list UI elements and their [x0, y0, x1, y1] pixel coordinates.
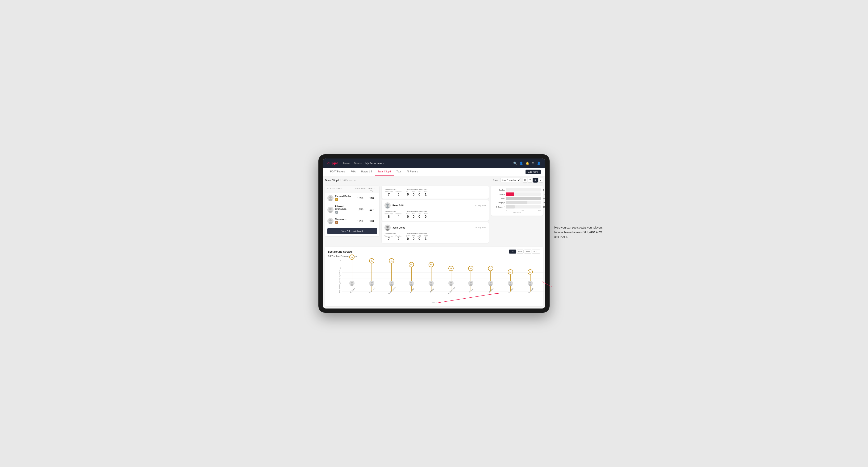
rank-badge-2: 2: [335, 211, 338, 214]
streak-bubble: 5x: [409, 262, 414, 267]
table-row[interactable]: Cameron... 3 17/20 103: [325, 216, 379, 226]
app-val: 0: [412, 192, 414, 196]
putt-button[interactable]: PUTT: [532, 250, 540, 253]
streak-player-name: E. Crossman: [448, 286, 456, 294]
app-button[interactable]: APP: [517, 250, 524, 253]
practice-val-josh: 2: [398, 237, 400, 241]
grid-view-toggle[interactable]: ⊞: [523, 178, 527, 183]
arg-label: ARG: [417, 191, 421, 192]
right-panel: Eagles 3 Birdies 96: [491, 186, 543, 244]
streak-player-col: 3xR. Butler: [500, 260, 520, 291]
x-axis-label: Players: [328, 301, 540, 303]
rounds-rees: Total Rounds Tournament 8 Practice 4: [384, 210, 486, 218]
x-tick-400: 400: [538, 210, 540, 211]
svg-point-24: [430, 282, 432, 283]
user-icon[interactable]: 👤: [519, 161, 523, 165]
player-info-1: Richard Butler 1: [328, 195, 354, 201]
avatar-josh: [384, 224, 391, 231]
svg-point-28: [470, 282, 472, 283]
bar-value-bogeys: 311: [543, 202, 545, 204]
streak-player-avatar: [349, 281, 354, 286]
streak-player-avatar: [369, 281, 374, 286]
streak-player-avatar: [468, 281, 473, 286]
svg-point-0: [329, 196, 332, 198]
nav-performance[interactable]: My Performance: [365, 161, 384, 165]
avatar-icon[interactable]: 👤: [537, 161, 540, 165]
bar-label-pars: Pars: [493, 197, 505, 199]
card-date-josh: 26 Aug 2023: [475, 227, 486, 229]
bar-label-bogeys: Bogeys: [493, 201, 505, 204]
streak-player-name: R. Britt: [429, 288, 434, 293]
bar-container-pars: 499: [506, 197, 540, 200]
bar-fill-bogeys: [506, 201, 527, 204]
edit-icon[interactable]: ✏: [354, 179, 356, 182]
nav-home[interactable]: Home: [343, 161, 350, 165]
arg-button[interactable]: ARG: [524, 250, 531, 253]
svg-point-29: [469, 284, 472, 286]
app-col: APP 0: [412, 191, 415, 196]
bar-row-bogeys: Bogeys 311: [493, 201, 540, 204]
svg-point-33: [509, 284, 512, 286]
subnav-tour[interactable]: Tour: [394, 168, 404, 176]
card-info-josh: Josh Coles: [384, 224, 405, 231]
player-card-rees: Rees Britt 02 Sep 2023 Total Rounds Tour…: [382, 200, 489, 221]
rounds-group-josh: Total Rounds Tournament 7 Practice 2: [384, 232, 401, 241]
bar-fill-pars: [506, 197, 540, 200]
ott-button[interactable]: OTT: [509, 250, 516, 253]
table-row[interactable]: Edward Crossman 2 18/20 107: [325, 203, 379, 216]
svg-point-18: [371, 282, 373, 283]
col-pb-score: PB SCORE: [354, 187, 366, 191]
streak-player-col: 4xM. Miller: [481, 260, 500, 291]
streak-player-avatar: [448, 281, 454, 286]
subnav-pga[interactable]: PGA: [348, 168, 358, 176]
table-row[interactable]: Richard Butler 1 19/20 110: [325, 193, 379, 203]
svg-point-22: [410, 282, 412, 283]
subnav-hcaps[interactable]: Hcaps 1-5: [359, 168, 375, 176]
streak-player-col: 4xE. Crossman: [441, 260, 461, 291]
bar-value-pars: 499: [543, 198, 545, 199]
putt-label: PUTT: [423, 191, 428, 192]
svg-point-8: [386, 226, 389, 228]
subnav-all-players[interactable]: All Players: [404, 168, 421, 176]
streak-bubble: 4x: [468, 266, 473, 271]
streaks-title-text: Best Round Streaks: [328, 250, 352, 253]
list-view-toggle[interactable]: ☰: [528, 178, 533, 183]
y-axis-label: Best Streak, Fairway Accuracy: [339, 270, 340, 293]
view-toggles: ⊞ ☰ ▦ ≡: [523, 178, 543, 183]
ott-label: OTT: [406, 191, 409, 192]
player-name-3: Cameron...: [335, 218, 347, 220]
view-leaderboard-button[interactable]: View Full Leaderboard: [328, 228, 377, 234]
streak-bubble: 4x: [488, 266, 493, 271]
card-view-toggle[interactable]: ▦: [533, 178, 538, 183]
player-count: |: [340, 179, 341, 181]
subnav-team-clippd[interactable]: Team Clippd: [375, 168, 394, 176]
streaks-subtitle: Off The Tee, Fairway Accuracy: [328, 255, 540, 257]
nav-links: Home Teams My Performance: [343, 161, 508, 165]
practice-activities-josh: Total Practice Activities OTT 0 APP 0: [406, 232, 428, 241]
search-icon[interactable]: 🔍: [513, 161, 517, 165]
bell-icon[interactable]: 🔔: [526, 161, 529, 165]
settings-icon[interactable]: ⚙: [532, 161, 534, 165]
streak-line: [391, 263, 392, 291]
svg-point-5: [329, 222, 332, 224]
add-team-button[interactable]: Add Team: [526, 169, 540, 174]
logo: clippd: [328, 161, 338, 165]
practice-cols-josh: OTT 0 APP 0 ARG 0: [406, 235, 428, 241]
streak-player-name: R. Butler: [508, 287, 514, 293]
svg-point-6: [386, 204, 389, 206]
svg-point-16: [351, 282, 353, 283]
practice-val-rees: 4: [398, 215, 400, 218]
streak-line: [411, 267, 412, 291]
bar-label-birdies: Birdies: [493, 193, 505, 195]
nav-teams[interactable]: Teams: [354, 161, 362, 165]
annotation: Here you can see streaks your players ha…: [554, 225, 604, 239]
putt-val: 1: [425, 192, 427, 196]
streak-player-avatar: [409, 281, 414, 286]
streak-player-col: 3xC. Quick: [520, 260, 540, 291]
period-select[interactable]: Last 3 months: [500, 178, 521, 182]
player-name-josh: Josh Coles: [393, 226, 405, 229]
settings-view-toggle[interactable]: ≡: [538, 178, 543, 183]
subnav-pgat[interactable]: PGAT Players: [328, 168, 348, 176]
rounds-sub: Tournament 7 Practice 6: [384, 191, 401, 196]
svg-point-32: [509, 282, 512, 283]
